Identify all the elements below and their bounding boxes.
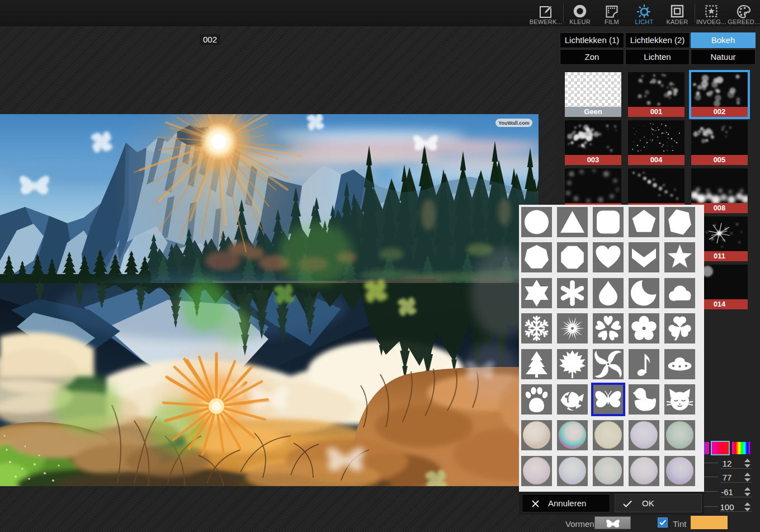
svg-text:YouWall.com: YouWall.com — [498, 120, 530, 126]
